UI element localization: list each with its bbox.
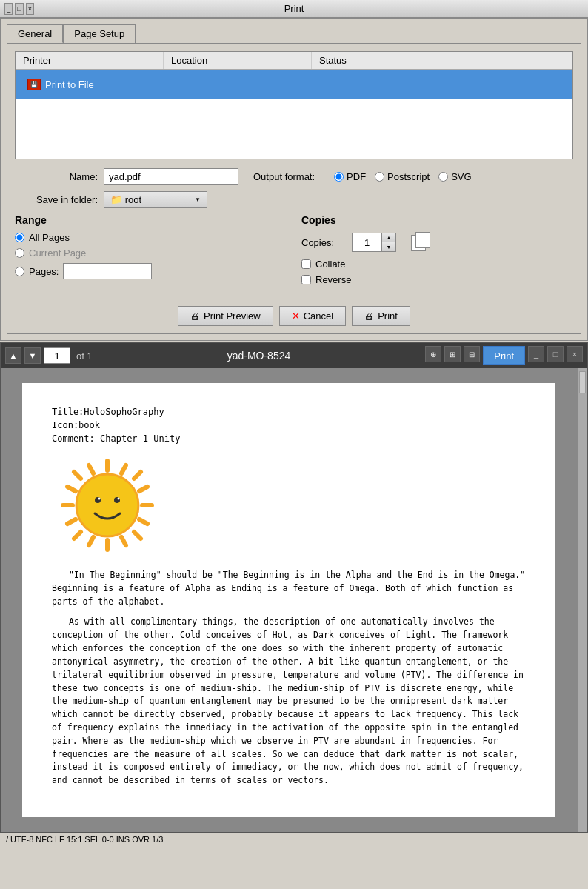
collate-checkbox[interactable]	[301, 259, 311, 269]
spinner-up-btn[interactable]: ▲	[382, 233, 395, 242]
output-pdf-option[interactable]: PDF	[334, 171, 366, 182]
name-row: Name: Output format: PDF Postscript SVG	[15, 168, 573, 185]
minimize-btn[interactable]: _	[4, 3, 13, 15]
print-button[interactable]: 🖨 Print	[352, 306, 410, 326]
svg-point-19	[98, 498, 101, 500]
cancel-button[interactable]: ✕ Cancel	[279, 306, 346, 326]
scrollbar[interactable]	[577, 368, 587, 832]
zoom-in-icon[interactable]: ⊕	[425, 346, 441, 362]
copies-spinner: ▲ ▼	[352, 233, 396, 252]
col-printer: Printer	[16, 52, 164, 69]
print-preview-button[interactable]: 🖨 Print Preview	[178, 306, 273, 326]
range-copies-section: Range All Pages Current Page Pages: Copi…	[15, 214, 573, 290]
title-bar: _ □ × Print	[0, 0, 588, 18]
copies-input[interactable]	[353, 233, 382, 251]
page-of-label: of 1	[76, 350, 93, 362]
maximize-btn[interactable]: □	[15, 3, 23, 15]
prev-page-btn[interactable]: ▲	[5, 347, 21, 364]
tab-bar: General Page Setup	[7, 24, 581, 43]
save-folder-label: Save in folder:	[15, 194, 104, 205]
sun-image	[59, 457, 156, 553]
collate-row[interactable]: Collate	[301, 259, 573, 270]
svg-line-11	[121, 537, 126, 545]
printer-list: Printer Location Status 💾 Print to File	[15, 51, 573, 159]
window-restore-btn[interactable]: □	[547, 346, 564, 362]
printer-icon: 💾	[27, 79, 41, 90]
printer-row-0[interactable]: 💾 Print to File	[16, 70, 572, 99]
preview-scroll[interactable]: Title:HoloSophoGraphy Icon:book Comment:…	[1, 368, 577, 832]
tab-page-setup[interactable]: Page Setup	[63, 24, 136, 43]
svg-line-15	[89, 537, 93, 545]
svg-point-16	[76, 474, 138, 536]
current-page-label: Current Page	[29, 247, 86, 259]
pages-label: Pages:	[29, 266, 59, 277]
svg-line-8	[67, 487, 76, 491]
dropdown-arrow-icon: ▼	[195, 196, 201, 203]
zoom-out-icon[interactable]: ⊟	[464, 346, 480, 362]
name-input[interactable]	[104, 168, 238, 185]
svg-line-9	[139, 519, 147, 524]
spinner-down-btn[interactable]: ▼	[382, 242, 395, 251]
output-postscript-option[interactable]: Postscript	[375, 171, 430, 182]
window-minimize-btn[interactable]: _	[528, 346, 544, 362]
output-svg-option[interactable]: SVG	[438, 171, 471, 182]
collate-label: Collate	[315, 259, 345, 270]
copies-row: Copies: ▲ ▼	[301, 232, 573, 253]
tab-general[interactable]: General	[7, 24, 63, 43]
svg-line-12	[139, 487, 147, 491]
doc-quote: "In The Beginning" should be "The Beginn…	[52, 569, 526, 608]
all-pages-label: All Pages	[29, 232, 70, 243]
preview-print-button[interactable]: Print	[483, 346, 525, 365]
dialog-buttons: 🖨 Print Preview ✕ Cancel 🖨 Print	[15, 300, 573, 326]
svg-line-7	[74, 532, 81, 539]
reverse-checkbox[interactable]	[301, 275, 311, 284]
window-close-btn[interactable]: ×	[567, 346, 583, 362]
cancel-icon: ✕	[292, 310, 300, 322]
range-section: Range All Pages Current Page Pages:	[15, 214, 287, 290]
copies-label: Copies:	[301, 237, 346, 248]
output-format-options: PDF Postscript SVG	[334, 171, 472, 182]
dialog-content: Printer Location Status 💾 Print to File	[7, 43, 581, 334]
svg-point-20	[118, 498, 120, 500]
copy-icon	[411, 232, 433, 253]
range-current-page[interactable]: Current Page	[15, 247, 287, 259]
print-preview-icon: 🖨	[190, 310, 200, 322]
reverse-label: Reverse	[315, 274, 351, 285]
window-title: Print	[34, 3, 554, 14]
copies-title: Copies	[301, 214, 573, 226]
page-number-input[interactable]	[44, 347, 70, 364]
folder-value: root	[125, 194, 141, 205]
print-icon: 🖨	[364, 310, 374, 322]
col-location: Location	[164, 52, 312, 69]
range-title: Range	[15, 214, 287, 226]
range-pages[interactable]: Pages:	[15, 263, 287, 279]
svg-line-13	[67, 519, 76, 524]
grid-icon[interactable]: ⊞	[444, 346, 461, 362]
doc-body: As with all complimentary things, the de…	[52, 616, 526, 788]
preview-window: ▲ ▼ of 1 yad-MO-8524 ⊕ ⊞ ⊟ Print _ □ × T…	[0, 342, 588, 833]
svg-line-5	[134, 532, 141, 539]
doc-comment-line: Comment: Chapter 1 Unity	[52, 432, 526, 445]
copies-section: Copies Copies: ▲ ▼	[301, 214, 573, 290]
name-label: Name:	[15, 171, 104, 182]
printer-list-header: Printer Location Status	[16, 52, 572, 70]
svg-line-14	[121, 465, 126, 473]
reverse-row[interactable]: Reverse	[301, 274, 573, 285]
preview-title: yad-MO-8524	[96, 350, 423, 362]
close-btn[interactable]: ×	[26, 3, 34, 15]
preview-background: Title:HoloSophoGraphy Icon:book Comment:…	[1, 368, 577, 832]
doc-title-line: Title:HoloSophoGraphy	[52, 405, 526, 419]
status-bar: / UTF-8 NFC LF 15:1 SEL 0-0 INS OVR 1/3	[0, 833, 588, 848]
spinner-buttons: ▲ ▼	[382, 233, 395, 251]
folder-select-btn[interactable]: 📁 root ▼	[104, 191, 207, 208]
col-status: Status	[312, 52, 354, 69]
preview-area: Title:HoloSophoGraphy Icon:book Comment:…	[1, 368, 587, 832]
next-page-btn[interactable]: ▼	[24, 347, 41, 364]
range-all-pages[interactable]: All Pages	[15, 232, 287, 243]
pages-input[interactable]	[63, 263, 152, 279]
printer-name: Print to File	[45, 79, 94, 90]
save-folder-row: Save in folder: 📁 root ▼	[15, 191, 573, 208]
output-format-label: Output format:	[253, 171, 315, 182]
preview-controls: ⊕ ⊞ ⊟ Print _ □ ×	[425, 346, 583, 365]
svg-line-4	[74, 472, 81, 479]
